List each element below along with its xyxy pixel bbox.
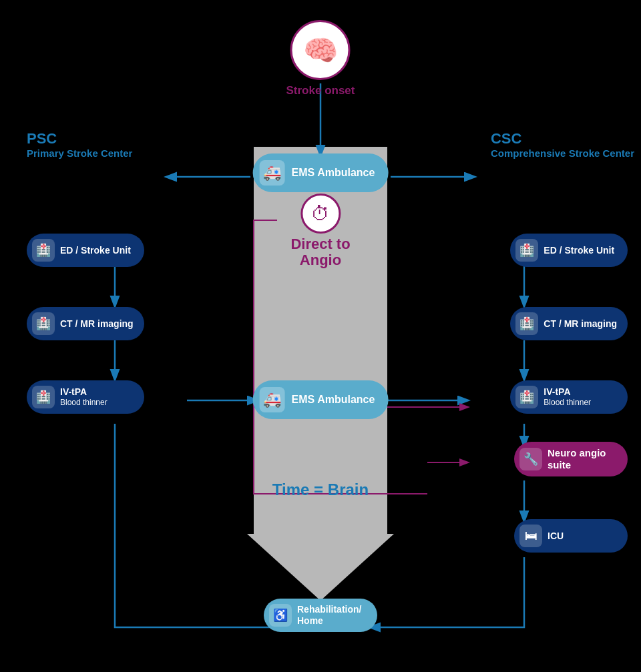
hospital-icon-1: 🏥 — [32, 239, 55, 262]
ambulance-icon-top: 🚑 — [260, 160, 285, 186]
hospital-icon-2: 🏥 — [32, 312, 55, 335]
csc-label: CSC Comprehensive Stroke Center — [491, 130, 634, 159]
stroke-onset-circle: 🧠 — [290, 20, 351, 80]
diagram-container: 🧠 Stroke onset PSC Primary Stroke Center… — [0, 0, 641, 672]
ambulance-icon-mid: 🚑 — [260, 387, 285, 412]
csc-ct-label: CT / MR imaging — [544, 318, 617, 329]
hospital-icon-4: 🏥 — [515, 239, 538, 262]
psc-ed-stroke-unit: 🏥 ED / Stroke Unit — [27, 234, 144, 267]
psc-ivtpa-text: IV-tPA Blood thinner — [60, 386, 108, 407]
neuro-angio-suite: 🔧 Neuro angio suite — [514, 442, 628, 476]
ems-mid: 🚑 EMS Ambulance — [253, 380, 389, 419]
hospital-icon-6: 🏥 — [515, 386, 538, 408]
ems-mid-pill: 🚑 EMS Ambulance — [253, 380, 389, 419]
ems-top: 🚑 EMS Ambulance — [253, 153, 389, 192]
angio-icon: 🔧 — [519, 448, 542, 470]
brain-icon: 🧠 — [303, 34, 338, 67]
ems-mid-label: EMS Ambulance — [292, 394, 375, 406]
direct-angio: ⏱ Direct toAngio — [290, 194, 350, 268]
ems-top-label: EMS Ambulance — [292, 167, 375, 179]
icu-label: ICU — [548, 531, 564, 541]
csc-abbr: CSC — [491, 130, 634, 147]
psc-label: PSC Primary Stroke Center — [27, 130, 132, 159]
csc-iv-tpa: 🏥 IV-tPA Blood thinner — [510, 380, 628, 414]
stroke-onset-label: Stroke onset — [286, 84, 355, 97]
icu-pill: 🛏 ICU — [514, 519, 628, 553]
timer-icon: ⏱ — [300, 194, 341, 234]
stroke-onset: 🧠 Stroke onset — [286, 20, 355, 97]
rehab-pill: ♿ Rehabilitation/ Home — [264, 599, 377, 632]
neuro-angio-text: Neuro angio suite — [548, 447, 606, 471]
hospital-icon-3: 🏥 — [32, 386, 55, 408]
icu-box: 🛏 ICU — [514, 519, 628, 553]
psc-iv-tpa: 🏥 IV-tPA Blood thinner — [27, 380, 144, 414]
psc-full: Primary Stroke Center — [27, 147, 132, 159]
rehab-text: Rehabilitation/ Home — [297, 604, 361, 627]
csc-ct-mr: 🏥 CT / MR imaging — [510, 307, 628, 340]
psc-column: 🏥 ED / Stroke Unit 🏥 CT / MR imaging 🏥 I… — [27, 234, 144, 414]
psc-ct-mr: 🏥 CT / MR imaging — [27, 307, 144, 340]
neuro-angio-pill: 🔧 Neuro angio suite — [514, 442, 628, 476]
direct-angio-text: Direct toAngio — [290, 236, 350, 268]
psc-ct-label: CT / MR imaging — [60, 318, 134, 329]
rehab-box: ♿ Rehabilitation/ Home — [264, 599, 377, 632]
icu-icon: 🛏 — [519, 525, 542, 547]
psc-abbr: PSC — [27, 130, 132, 147]
csc-ed-label: ED / Stroke Unit — [544, 245, 614, 256]
hospital-icon-5: 🏥 — [515, 312, 538, 335]
csc-full: Comprehensive Stroke Center — [491, 147, 634, 159]
csc-column: 🏥 ED / Stroke Unit 🏥 CT / MR imaging 🏥 I… — [510, 234, 628, 414]
csc-ivtpa-text: IV-tPA Blood thinner — [544, 386, 591, 407]
psc-ed-label: ED / Stroke Unit — [60, 245, 131, 256]
time-brain: Time = Brain — [272, 480, 369, 499]
rehab-icon: ♿ — [269, 604, 292, 627]
arrow-head — [247, 534, 394, 601]
csc-ed-stroke-unit: 🏥 ED / Stroke Unit — [510, 234, 628, 267]
ems-top-pill: 🚑 EMS Ambulance — [253, 153, 389, 192]
